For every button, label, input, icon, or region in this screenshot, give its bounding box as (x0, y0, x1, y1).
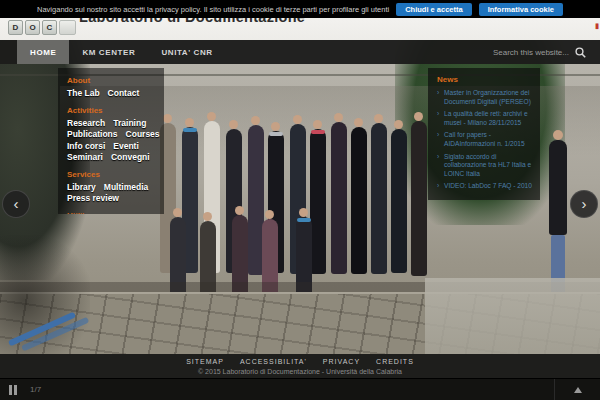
footer-link-privacy[interactable]: PRIVACY (323, 358, 360, 365)
nav-item-home[interactable]: HOME (17, 40, 69, 64)
news-panel: News Master in Organizzazione dei Docume… (428, 68, 540, 200)
menu-section-title: About (67, 76, 155, 86)
menu-section-activities: Activities Research Training Publication… (67, 106, 155, 164)
concrete-patch (425, 278, 600, 356)
pause-icon[interactable] (9, 385, 17, 395)
nav-item-km-center[interactable]: KM CENTER (69, 40, 148, 64)
slider-next-button[interactable]: › (570, 190, 598, 218)
search-icon[interactable] (575, 47, 586, 58)
menu-link-publications[interactable]: Publications (67, 129, 118, 141)
slide-counter: 1/7 (30, 385, 41, 394)
menu-link-research[interactable]: Research (67, 118, 105, 130)
menu-section-services: Services Library Multimedia Press review (67, 170, 155, 205)
slider-control-bar: 1/7 (0, 378, 600, 400)
menu-link-convegni[interactable]: Convegni (111, 152, 150, 164)
footer-link-accessibilita[interactable]: ACCESSIBILITA' (240, 358, 307, 365)
menu-section-about: About The Lab Contact (67, 76, 155, 100)
cookie-message: Navigando sul nostro sito accetti la pri… (37, 5, 389, 14)
search-input[interactable] (465, 48, 569, 57)
news-panel-title: News (437, 75, 532, 84)
menu-link-library[interactable]: Library (67, 182, 96, 194)
menu-section-title: Utility (67, 211, 155, 215)
overlay-menu: About The Lab Contact Activities Researc… (58, 68, 164, 214)
menu-link-the-lab[interactable]: The Lab (67, 88, 100, 100)
news-list: Master in Organizzazione dei Documenti D… (437, 89, 532, 191)
thumbnails-toggle-button[interactable] (554, 379, 600, 400)
logo-key-o: O (25, 20, 40, 35)
cookie-accept-button[interactable]: Chiudi e accetta (396, 3, 472, 16)
cookie-info-button[interactable]: Informativa cookie (479, 3, 563, 16)
menu-link-training[interactable]: Training (113, 118, 146, 130)
footer-link-credits[interactable]: CREDITS (376, 358, 414, 365)
menu-section-title: Services (67, 170, 155, 180)
menu-link-contact[interactable]: Contact (108, 88, 140, 100)
menu-link-multimedia[interactable]: Multimedia (104, 182, 148, 194)
menu-link-seminari[interactable]: Seminari (67, 152, 103, 164)
logo-key-c: C (42, 20, 57, 35)
news-item[interactable]: La qualità delle reti: archivi e musei -… (437, 110, 532, 127)
doc-logo[interactable]: D O C (8, 20, 76, 35)
menu-section-title: Activities (67, 106, 155, 116)
menu-link-press-review[interactable]: Press review (67, 193, 119, 205)
copyright-text: © 2015 Laboratorio di Documentazione - U… (0, 368, 600, 375)
nav-item-unita-cnr[interactable]: UNITA' CNR (148, 40, 225, 64)
news-item[interactable]: Master in Organizzazione dei Documenti D… (437, 89, 532, 106)
footer: SITEMAP ACCESSIBILITA' PRIVACY CREDITS ©… (0, 354, 600, 378)
broken-image-mark: ▮ (595, 22, 599, 30)
logo-key-blank (59, 20, 76, 35)
news-item[interactable]: VIDEO: LabDoc 7 FAQ - 2010 (437, 182, 532, 191)
news-item[interactable]: Call for papers - AIDAInformazioni n. 1/… (437, 131, 532, 148)
slider-prev-button[interactable]: ‹ (2, 190, 30, 218)
menu-link-eventi[interactable]: Eventi (113, 141, 139, 153)
logo-key-d: D (8, 20, 23, 35)
footer-link-sitemap[interactable]: SITEMAP (186, 358, 224, 365)
page: D O C Laboratorio di Documentazione ▮ HO… (0, 0, 600, 400)
menu-link-info-corsi[interactable]: Info corsi (67, 141, 105, 153)
main-nav: HOME KM CENTER UNITA' CNR (0, 40, 600, 64)
up-arrow-icon (574, 387, 582, 393)
news-item[interactable]: Siglato accordo di collaborazione tra HL… (437, 153, 532, 179)
menu-section-utility: Utility (67, 211, 155, 215)
footer-links: SITEMAP ACCESSIBILITA' PRIVACY CREDITS (0, 354, 600, 365)
menu-link-courses[interactable]: Courses (126, 129, 160, 141)
cookie-banner: Navigando sul nostro sito accetti la pri… (0, 0, 600, 18)
search-box (465, 40, 600, 64)
